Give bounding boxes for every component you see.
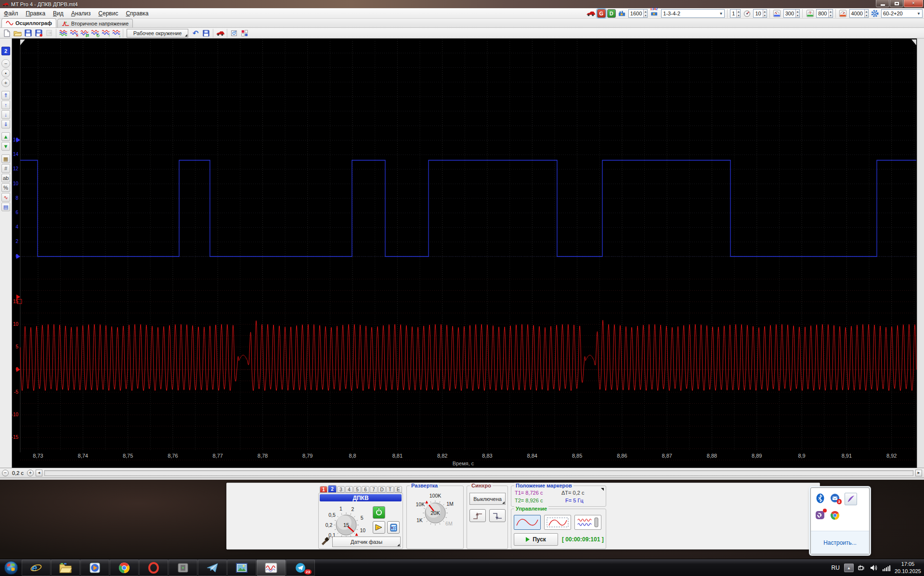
spinner-arrows-icon[interactable]: ▴▾ — [795, 10, 799, 17]
maximize-button[interactable] — [890, 0, 903, 7]
doc-tab-0[interactable]: Осциллограф — [1, 18, 56, 27]
start-button[interactable]: Пуск — [514, 533, 558, 546]
autoset-button[interactable]: x — [373, 521, 385, 534]
channel-tab-2[interactable]: 2 — [328, 485, 337, 493]
taskbar-opera[interactable] — [139, 560, 168, 576]
close-button[interactable]: × — [904, 0, 923, 7]
taskbar-photo-viewer[interactable] — [227, 560, 256, 576]
timescale-zoom-in-button[interactable]: + — [27, 470, 34, 476]
zoom-out-button[interactable]: − — [1, 59, 10, 68]
open-file-button[interactable] — [13, 28, 22, 38]
chrome-icon[interactable] — [830, 510, 840, 521]
new-file-button[interactable] — [2, 28, 12, 38]
collapse-markers-icon[interactable] — [601, 488, 604, 491]
signal-refresh-button[interactable]: ↻ — [90, 28, 100, 38]
channel-tab-5[interactable]: 5 — [353, 486, 361, 493]
view-mode-strip-button[interactable] — [574, 515, 601, 530]
taskbar-file-explorer[interactable] — [51, 560, 80, 576]
language-indicator[interactable]: RU — [832, 564, 840, 571]
power-plug-icon[interactable] — [858, 564, 866, 571]
taskbar-media-player[interactable] — [80, 560, 109, 576]
scroll-left-button[interactable]: ◄ — [36, 470, 42, 476]
bluetooth-icon[interactable] — [815, 493, 825, 503]
labels-button[interactable]: ab — [1, 174, 10, 182]
zoom-reset-button[interactable]: • — [1, 69, 10, 77]
save-button[interactable] — [23, 28, 33, 38]
histogram-button[interactable]: ▤ — [1, 203, 10, 211]
signal-import-down-button[interactable]: ↓ — [111, 28, 121, 38]
channel-tab-T[interactable]: T — [386, 486, 394, 493]
undo-button[interactable]: ↶ — [191, 28, 200, 38]
clock[interactable]: 17:05 20.10.2025 — [895, 561, 921, 575]
channel-tab-6[interactable]: 6 — [362, 486, 369, 493]
report-button[interactable] — [240, 28, 249, 38]
taskbar-telegram[interactable] — [198, 560, 227, 576]
scroll-right-button[interactable]: ► — [915, 470, 922, 476]
minimize-button[interactable] — [876, 0, 889, 7]
scale-max-down-button[interactable]: ⇓ — [1, 120, 10, 128]
channel-tab-4[interactable]: 4 — [345, 486, 353, 493]
move-trace-down-button[interactable]: ▼ — [1, 142, 10, 151]
scale-down-button[interactable]: ↓ — [1, 110, 10, 119]
percent-button[interactable]: % — [1, 183, 10, 192]
firing-order-select[interactable]: 1-3-4-2▼ — [661, 9, 725, 18]
taskbar-internet-explorer[interactable]: e — [22, 560, 51, 576]
sync-falling-edge-button[interactable] — [489, 509, 506, 522]
taskbar-chrome[interactable] — [110, 560, 139, 576]
displacement-spinner[interactable]: 1600 ▴▾ — [628, 9, 648, 18]
signal-library-button[interactable] — [58, 28, 68, 38]
menu-item-2[interactable]: Вид — [49, 9, 67, 18]
spinner-arrows-icon[interactable]: ▴▾ — [828, 10, 832, 17]
pen-tool-icon[interactable] — [845, 493, 857, 505]
channel-power-button[interactable] — [373, 506, 385, 519]
signal-delete-button[interactable]: × — [69, 28, 78, 38]
viber-icon[interactable] — [815, 510, 825, 521]
sync-mode-dropdown[interactable]: Выключена — [469, 493, 506, 505]
taskbar-utility-app[interactable] — [169, 560, 197, 576]
car-settings-button[interactable] — [215, 28, 225, 38]
taskbar-mtpro-active[interactable] — [257, 560, 286, 576]
oscilloscope-plot[interactable]: 8,738,748,758,768,778,788,798,88,818,828… — [0, 38, 924, 468]
start-button[interactable] — [4, 561, 18, 575]
window-titlebar[interactable]: MT Pro 4 - ДПКВ ДПРВ.mt4 × — [0, 0, 924, 8]
volume-icon[interactable] — [870, 564, 878, 571]
save-fragment-button[interactable] — [34, 28, 43, 38]
dwell-spinner[interactable]: 10 ▴▾ — [753, 9, 767, 18]
calculator-button[interactable] — [387, 521, 400, 534]
menu-item-4[interactable]: Сервис — [94, 9, 122, 18]
menu-item-0[interactable]: Файл — [0, 9, 22, 18]
menu-item-5[interactable]: Справка — [122, 9, 152, 18]
sweep-rate-knob[interactable]: 20K1K10K100K1M6M — [404, 488, 467, 546]
channel-tab-1[interactable]: 1 — [320, 486, 327, 493]
scale-max-up-button[interactable]: ⇑ — [1, 91, 10, 100]
menu-item-3[interactable]: Анализ — [67, 9, 95, 18]
spinner-arrows-icon[interactable]: ▴▾ — [643, 10, 647, 17]
car-model-icon[interactable] — [586, 9, 596, 18]
grid-button[interactable]: ▦ — [1, 154, 10, 163]
probe-type-dropdown[interactable]: Датчик фазы — [332, 537, 401, 547]
view-mode-selection-button[interactable] — [544, 515, 571, 530]
save-workspace-button[interactable] — [201, 28, 211, 38]
spinner-arrows-icon[interactable]: ▴▾ — [736, 10, 740, 17]
channel-tab-7[interactable]: 7 — [370, 486, 377, 493]
rpm-max-spinner[interactable]: 4000 ▴▾ — [849, 9, 869, 18]
workspace-dropdown[interactable]: Рабочее окружение — [127, 29, 188, 38]
mail-notifier-icon[interactable]: 3 — [830, 493, 840, 503]
gasoline-mode-button[interactable]: G — [597, 9, 606, 18]
zoom-in-button[interactable]: + — [1, 78, 10, 87]
cylinders-spinner[interactable]: 1 ▴▾ — [730, 9, 741, 18]
network-icon[interactable] — [882, 565, 890, 571]
export-button[interactable] — [44, 28, 54, 38]
move-trace-up-button[interactable]: ▲ — [1, 132, 10, 141]
view-mode-single-button[interactable] — [514, 515, 541, 530]
diesel-mode-button[interactable]: D — [607, 9, 616, 18]
taskbar-messenger[interactable]: 23 — [286, 560, 315, 576]
rpm-idle-spinner[interactable]: 800 ▴▾ — [816, 9, 833, 18]
signal-compare-button[interactable]: ⇄ — [79, 28, 89, 38]
trigger-wheel-select[interactable]: 60-2+20▼ — [881, 9, 923, 18]
customize-link[interactable]: Настроить... — [823, 539, 857, 546]
active-channel-indicator[interactable]: 2 — [1, 47, 10, 55]
signal-export-up-button[interactable]: ↑ — [101, 28, 110, 38]
show-hidden-icons-button[interactable]: ▲ — [844, 563, 854, 572]
screenshot-button[interactable] — [229, 28, 239, 38]
